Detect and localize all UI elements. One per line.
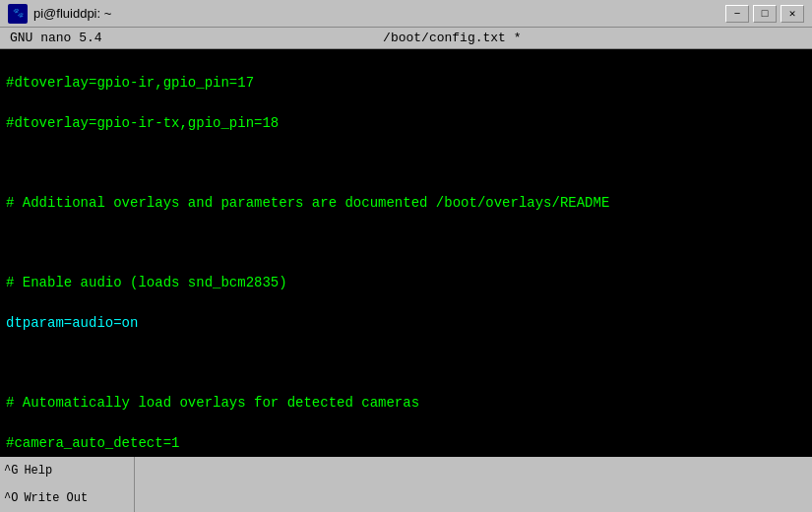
shortcut-label: Write Out xyxy=(22,491,90,505)
title-bar-left: 🐾 pi@fluiddpi: ~ xyxy=(8,4,111,24)
shortcut-key: ^O xyxy=(0,491,22,505)
app-icon: 🐾 xyxy=(8,4,28,24)
shortcut-key: ^G xyxy=(0,464,22,478)
title-bar: 🐾 pi@fluiddpi: ~ − □ ✕ xyxy=(0,0,812,28)
editor-line xyxy=(6,352,806,372)
title-text: pi@fluiddpi: ~ xyxy=(33,6,111,21)
editor-line: #dtoverlay=gpio-ir,gpio_pin=17 xyxy=(6,73,806,93)
shortcut-label: Help xyxy=(22,464,54,478)
editor-line: # Enable audio (loads snd_bcm2835) xyxy=(6,273,806,292)
editor-line xyxy=(6,233,806,253)
editor-line: #dtoverlay=gpio-ir-tx,gpio_pin=18 xyxy=(6,113,806,133)
shortcut-write-out[interactable]: ^O Write Out xyxy=(0,484,135,512)
maximize-button[interactable]: □ xyxy=(753,5,777,23)
editor-line: # Automatically load overlays for detect… xyxy=(6,393,806,413)
nano-title: /boot/config.txt * xyxy=(102,31,802,45)
title-bar-controls: − □ ✕ xyxy=(725,5,804,23)
close-button[interactable]: ✕ xyxy=(781,5,804,23)
editor-line: dtparam=audio=on xyxy=(6,313,806,333)
nano-version: GNU nano 5.4 xyxy=(10,31,102,45)
minimize-button[interactable]: − xyxy=(725,5,749,23)
shortcut-help[interactable]: ^G Help xyxy=(0,457,135,484)
editor-line: #camera_auto_detect=1 xyxy=(6,433,806,453)
shortcut-row-1: ^G Help ^O Write Out ^W Where Is ^K Cut … xyxy=(0,457,812,512)
editor-line: # Additional overlays and parameters are… xyxy=(6,193,806,213)
bottom-bar: ^G Help ^O Write Out ^W Where Is ^K Cut … xyxy=(0,457,812,512)
nano-header: GNU nano 5.4 /boot/config.txt * xyxy=(0,28,812,49)
editor[interactable]: #dtoverlay=gpio-ir,gpio_pin=17 #dtoverla… xyxy=(0,49,812,457)
editor-line xyxy=(6,153,806,172)
